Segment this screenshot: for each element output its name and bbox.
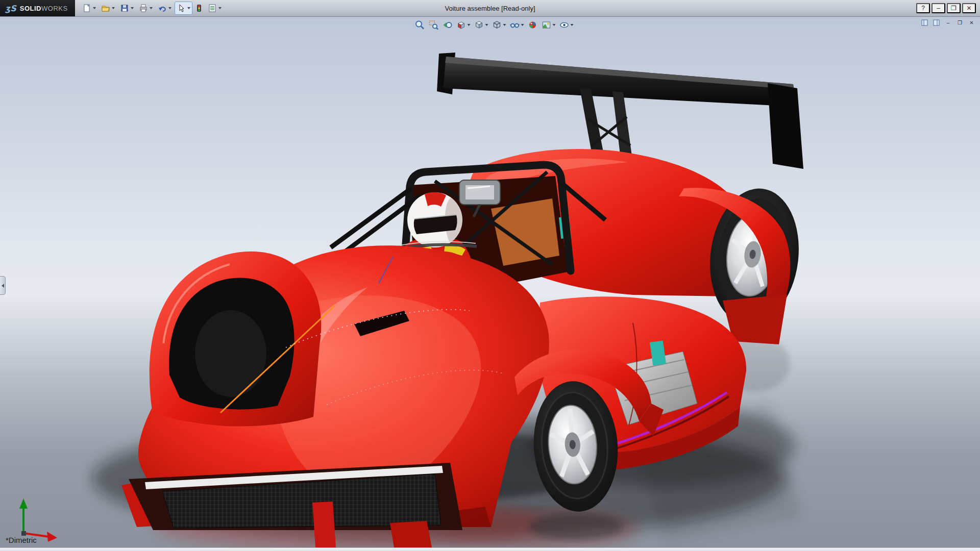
apply-scene-button[interactable]: [540, 18, 557, 31]
title-bar: ʒS SOLIDWORKS: [0, 0, 980, 17]
dropdown-caret[interactable]: [521, 24, 524, 26]
dropdown-caret[interactable]: [218, 7, 222, 9]
graphics-viewport[interactable]: – ❐ ✕ *Dimetric: [0, 17, 980, 547]
view-orientation-button[interactable]: [472, 18, 489, 31]
save-button[interactable]: [118, 2, 136, 15]
dropdown-caret[interactable]: [552, 24, 555, 26]
printer-icon: [139, 4, 148, 13]
undo-button[interactable]: [156, 2, 174, 15]
pane-split-left-button[interactable]: [920, 18, 929, 27]
brand-name: SOLIDWORKS: [20, 4, 68, 13]
zoom-to-area-button[interactable]: [427, 18, 440, 31]
new-document-button[interactable]: [80, 2, 98, 15]
file-properties-icon: [208, 4, 217, 13]
dropdown-caret[interactable]: [131, 7, 134, 9]
window-controls: ? – ❐ ✕: [916, 3, 980, 13]
heads-up-view-toolbar: [411, 18, 577, 32]
dropdown-caret[interactable]: [503, 24, 506, 26]
zoom-to-fit-button[interactable]: [413, 18, 426, 31]
dropdown-caret[interactable]: [467, 24, 470, 26]
rebuild-traffic-light-icon: [195, 4, 203, 13]
document-window-controls: – ❐ ✕: [920, 18, 976, 27]
dropdown-caret[interactable]: [187, 7, 190, 9]
open-folder-icon: [101, 4, 110, 13]
minimize-button[interactable]: –: [932, 3, 945, 13]
save-floppy-icon: [120, 4, 129, 13]
dropdown-caret[interactable]: [168, 7, 172, 9]
open-document-button[interactable]: [99, 2, 117, 15]
dropdown-caret[interactable]: [112, 7, 115, 9]
document-title: Voiture assemblee [Read-only]: [445, 5, 535, 12]
previous-view-button[interactable]: [440, 18, 454, 31]
display-style-icon: [492, 20, 502, 30]
zoom-to-area-icon: [428, 20, 438, 30]
view-orientation-cube-icon: [474, 20, 484, 30]
appearance-ball-icon: [527, 20, 537, 30]
select-button[interactable]: [175, 2, 192, 15]
file-properties-button[interactable]: [206, 2, 224, 15]
view-settings-eye-icon: [559, 20, 569, 30]
dassault-logo-icon: ʒS: [5, 4, 16, 13]
view-orientation-label: *Dimetric: [6, 536, 37, 544]
zoom-to-fit-icon: [414, 20, 425, 30]
undo-arrow-icon: [158, 4, 167, 13]
restore-button[interactable]: ❐: [947, 3, 961, 13]
select-cursor-icon: [177, 4, 186, 13]
dropdown-caret[interactable]: [150, 7, 153, 9]
view-settings-button[interactable]: [557, 18, 575, 31]
edit-appearance-button[interactable]: [526, 18, 539, 31]
dropdown-caret[interactable]: [570, 24, 573, 26]
dropdown-caret[interactable]: [93, 7, 96, 9]
hide-show-items-button[interactable]: [508, 18, 525, 31]
pane-split-right-button[interactable]: [932, 18, 941, 27]
help-button[interactable]: ?: [916, 3, 930, 13]
previous-view-icon: [442, 20, 452, 30]
rebuild-button[interactable]: [193, 2, 205, 15]
pane-right-icon: [933, 19, 940, 26]
apply-scene-icon: [541, 20, 551, 30]
document-close-button[interactable]: ✕: [967, 18, 976, 27]
section-view-icon: [456, 20, 466, 30]
main-toolbar: [80, 2, 224, 15]
hide-show-glasses-icon: [509, 20, 520, 30]
solidworks-logo: ʒS SOLIDWORKS: [0, 0, 75, 16]
close-button[interactable]: ✕: [962, 3, 976, 13]
front-left-fender: [150, 252, 322, 427]
document-restore-button[interactable]: ❐: [955, 18, 965, 27]
dropdown-caret[interactable]: [485, 24, 488, 26]
section-view-button[interactable]: [454, 18, 472, 31]
pane-left-icon: [921, 19, 928, 26]
collapse-arrow-icon: [2, 284, 4, 288]
model-viewport-canvas[interactable]: [0, 17, 980, 547]
featuremanager-collapse-tab[interactable]: [0, 276, 6, 295]
print-button[interactable]: [137, 2, 155, 15]
document-minimize-button[interactable]: –: [943, 18, 953, 27]
display-style-button[interactable]: [490, 18, 507, 31]
new-document-icon: [82, 4, 91, 13]
status-bar: [0, 547, 980, 551]
